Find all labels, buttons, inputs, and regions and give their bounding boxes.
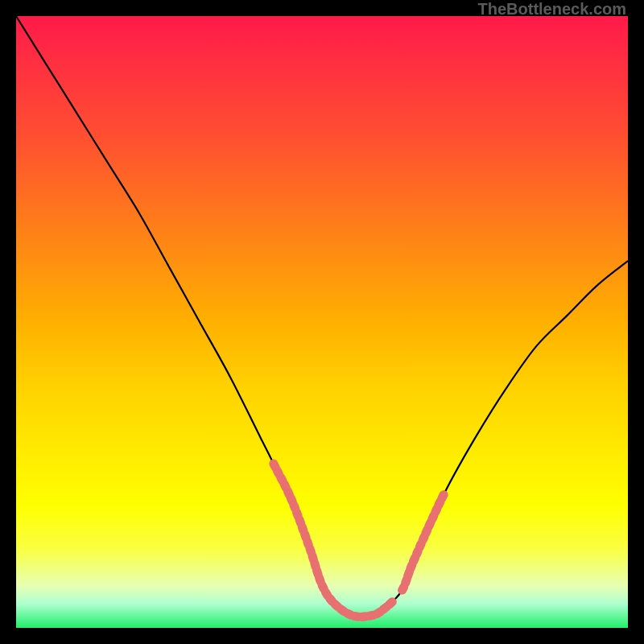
highlight-dash bbox=[341, 609, 344, 612]
highlight-dash bbox=[439, 502, 440, 505]
highlight-dash bbox=[432, 516, 434, 519]
highlight-dash bbox=[408, 572, 410, 576]
highlight-dash bbox=[402, 587, 404, 590]
highlight-dash bbox=[347, 613, 350, 615]
highlight-dash bbox=[291, 498, 292, 502]
highlight-dash bbox=[416, 551, 418, 554]
highlight-dash bbox=[294, 506, 295, 509]
highlight-dash bbox=[378, 612, 381, 614]
highlight-dashes bbox=[274, 464, 444, 617]
highlight-dash bbox=[390, 602, 393, 605]
bottleneck-curve-line bbox=[16, 16, 628, 617]
highlight-dash bbox=[335, 605, 338, 607]
highlight-dash bbox=[315, 564, 316, 568]
highlight-dash bbox=[317, 571, 319, 575]
highlight-dash bbox=[322, 585, 324, 588]
highlight-dash bbox=[429, 522, 431, 526]
highlight-dash bbox=[414, 558, 415, 561]
highlight-dash bbox=[284, 484, 286, 487]
highlight-dash bbox=[354, 616, 358, 617]
highlight-dash bbox=[305, 534, 307, 538]
highlight-dash bbox=[369, 615, 374, 616]
highlight-dash bbox=[436, 509, 437, 512]
highlight-dash bbox=[383, 607, 386, 609]
highlight-dash bbox=[330, 598, 332, 601]
chart-container bbox=[16, 16, 628, 628]
highlight-dash bbox=[419, 544, 421, 547]
highlight-dash bbox=[312, 556, 313, 560]
highlight-dash bbox=[442, 495, 444, 498]
highlight-dash bbox=[302, 526, 303, 530]
highlight-dash bbox=[274, 464, 275, 467]
highlight-dash bbox=[426, 530, 427, 533]
highlight-dash bbox=[310, 549, 312, 553]
watermark-text: TheBottleneck.com bbox=[478, 0, 626, 19]
bottleneck-curve-svg bbox=[16, 16, 628, 628]
